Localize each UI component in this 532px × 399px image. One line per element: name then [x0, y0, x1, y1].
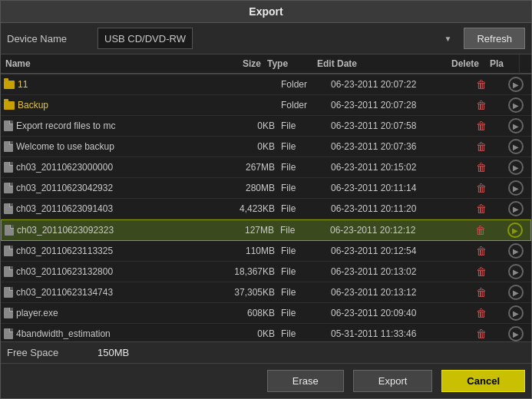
delete-icon[interactable]: 🗑 [476, 182, 487, 194]
file-name-text: Welcome to use backup [16, 141, 114, 152]
table-row[interactable]: 11Folder06-23-2011 20:07:22🗑▶ [1, 74, 531, 95]
play-icon[interactable]: ▶ [508, 77, 524, 92]
delete-action[interactable]: 🗑 [462, 284, 501, 301]
delete-icon[interactable]: 🗑 [476, 307, 487, 319]
file-name-text: ch03_20110623134743 [16, 287, 113, 298]
play-action[interactable]: ▶ [501, 241, 531, 261]
table-row[interactable]: ch03_2011062313280018,367KBFile06-23-201… [1, 262, 531, 282]
table-row[interactable]: ch03_20110623113325110MBFile06-23-2011 2… [1, 241, 531, 262]
delete-action[interactable]: 🗑 [462, 305, 501, 322]
table-row[interactable]: 4bandwidth_estimation0KBFile05-31-2011 1… [1, 324, 531, 341]
file-type: File [278, 180, 328, 196]
file-list[interactable]: 11Folder06-23-2011 20:07:22🗑▶BackupFolde… [1, 74, 531, 341]
table-row[interactable]: ch03_201106230914034,423KBFile06-23-2011… [1, 199, 531, 219]
erase-button[interactable]: Erase [267, 370, 344, 392]
file-icon [4, 162, 13, 173]
device-select[interactable]: USB CD/DVD-RW [97, 28, 193, 49]
play-action[interactable]: ▶ [501, 178, 531, 198]
play-icon[interactable]: ▶ [508, 285, 524, 300]
file-name: ch03_20110623134743 [1, 285, 205, 300]
refresh-button[interactable]: Refresh [464, 28, 525, 49]
play-action[interactable]: ▶ [501, 199, 531, 219]
table-row[interactable]: Welcome to use backup0KBFile06-23-2011 2… [1, 137, 531, 157]
delete-action[interactable]: 🗑 [462, 242, 501, 259]
col-name: Name [2, 54, 191, 73]
table-row[interactable]: BackupFolder06-23-2011 20:07:28🗑▶ [1, 95, 531, 116]
delete-icon[interactable]: 🗑 [476, 99, 487, 111]
delete-icon[interactable]: 🗑 [476, 328, 487, 340]
delete-icon[interactable]: 🗑 [476, 286, 487, 298]
play-icon[interactable]: ▶ [508, 118, 524, 134]
file-type: Folder [278, 77, 328, 92]
file-icon [4, 308, 13, 318]
delete-icon[interactable]: 🗑 [476, 245, 487, 257]
play-action[interactable]: ▶ [500, 220, 530, 240]
play-action[interactable]: ▶ [501, 95, 531, 115]
delete-icon[interactable]: 🗑 [476, 203, 487, 215]
play-icon[interactable]: ▶ [507, 223, 523, 238]
file-name: player.exe [1, 305, 205, 321]
play-action[interactable]: ▶ [501, 262, 531, 282]
delete-action[interactable]: 🗑 [462, 200, 501, 217]
delete-action[interactable]: 🗑 [462, 263, 501, 280]
file-size: 18,367KB [205, 264, 278, 279]
delete-icon[interactable]: 🗑 [476, 265, 487, 278]
file-icon [4, 120, 13, 131]
play-action[interactable]: ▶ [501, 303, 531, 323]
delete-icon[interactable]: 🗑 [476, 161, 487, 173]
play-icon[interactable]: ▶ [508, 243, 524, 259]
delete-action[interactable]: 🗑 [462, 159, 501, 176]
play-icon[interactable]: ▶ [508, 264, 524, 279]
delete-icon[interactable]: 🗑 [475, 224, 486, 236]
file-name: ch03_20110623092323 [2, 223, 204, 238]
delete-action[interactable]: 🗑 [462, 97, 501, 114]
table-row[interactable]: player.exe608KBFile06-23-2011 20:09:40🗑▶ [1, 303, 531, 324]
file-name-text: ch03_20110623000000 [16, 162, 113, 173]
delete-action[interactable]: 🗑 [462, 76, 501, 93]
delete-icon[interactable]: 🗑 [476, 78, 487, 91]
export-button[interactable]: Export [353, 370, 433, 392]
play-action[interactable]: ▶ [501, 324, 531, 341]
file-size [205, 103, 278, 107]
table-row[interactable]: Export record files to mc0KBFile06-23-20… [1, 116, 531, 137]
file-name-text: 4bandwidth_estimation [16, 328, 111, 339]
file-name-text: ch03_20110623132800 [16, 266, 113, 277]
play-icon[interactable]: ▶ [508, 139, 524, 154]
file-name: ch03_20110623113325 [1, 243, 205, 259]
table-row[interactable]: ch03_20110623000000267MBFile06-23-2011 2… [1, 157, 531, 178]
play-action[interactable]: ▶ [501, 137, 531, 157]
file-date: 06-23-2011 20:15:02 [328, 160, 462, 175]
file-name: Backup [1, 97, 205, 113]
table-row[interactable]: ch03_20110623092323127MBFile06-23-2011 2… [1, 219, 531, 241]
play-icon[interactable]: ▶ [508, 305, 524, 321]
file-icon [4, 287, 13, 298]
file-date: 06-23-2011 20:12:12 [327, 223, 461, 238]
file-type: File [278, 139, 328, 154]
delete-action[interactable]: 🗑 [462, 180, 501, 196]
play-icon[interactable]: ▶ [508, 326, 524, 341]
play-icon[interactable]: ▶ [508, 180, 524, 196]
file-size: 0KB [205, 139, 278, 154]
play-action[interactable]: ▶ [501, 157, 531, 177]
table-row[interactable]: ch03_20110623042932280MBFile06-23-2011 2… [1, 178, 531, 199]
file-name: ch03_20110623000000 [1, 160, 205, 175]
file-icon [4, 183, 13, 193]
delete-icon[interactable]: 🗑 [476, 120, 487, 132]
file-name: Export record files to mc [1, 118, 205, 134]
delete-action[interactable]: 🗑 [461, 222, 500, 239]
play-icon[interactable]: ▶ [508, 201, 524, 216]
cancel-button[interactable]: Cancel [441, 370, 525, 392]
play-action[interactable]: ▶ [501, 116, 531, 136]
play-action[interactable]: ▶ [501, 74, 531, 94]
play-icon[interactable]: ▶ [508, 97, 524, 113]
col-size: Size [191, 54, 264, 73]
play-action[interactable]: ▶ [501, 282, 531, 302]
delete-action[interactable]: 🗑 [462, 138, 501, 155]
delete-action[interactable]: 🗑 [462, 325, 501, 341]
play-icon[interactable]: ▶ [508, 160, 524, 175]
table-row[interactable]: ch03_2011062313474337,305KBFile06-23-201… [1, 282, 531, 303]
delete-action[interactable]: 🗑 [462, 117, 501, 134]
delete-icon[interactable]: 🗑 [476, 140, 487, 153]
file-name: 11 [1, 77, 205, 92]
device-label: Device Name [7, 33, 91, 45]
